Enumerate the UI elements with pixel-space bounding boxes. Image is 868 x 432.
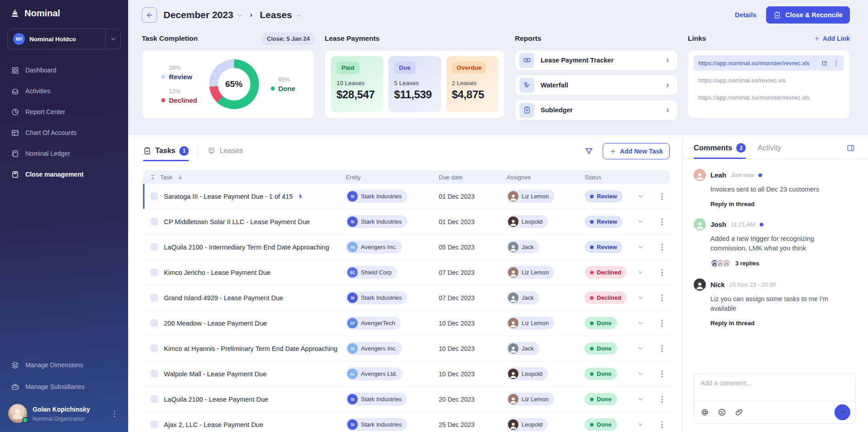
report-item-subledger[interactable]: Subledger: [515, 100, 678, 120]
row-expand-chevron-icon[interactable]: [637, 370, 644, 377]
link-item[interactable]: https://app.nominal.so/monster/revrec.xl…: [694, 90, 844, 105]
link-url[interactable]: https://app.nominal.so/monster/revrec.xl…: [698, 60, 816, 67]
status-badge: Done: [585, 317, 617, 329]
task-name: LaQuila 2100 - Intermediary Term End Dat…: [164, 244, 346, 251]
emoji-icon[interactable]: [718, 408, 726, 417]
filter-icon[interactable]: [584, 147, 594, 156]
row-menu-kebab-icon[interactable]: ⋮: [654, 420, 670, 429]
mention-icon[interactable]: [700, 408, 709, 417]
link-url[interactable]: https://app.nominal.so/monster/revrec.xl…: [698, 94, 839, 101]
table-row[interactable]: Grand Island 4929 - Lease Payment Due SI…: [143, 285, 670, 311]
table-row[interactable]: 200 Meadow - Lease Payment Due AT Avenge…: [143, 311, 670, 336]
tab-comments[interactable]: Comments 2: [694, 143, 746, 158]
row-menu-kebab-icon[interactable]: ⋮: [654, 268, 670, 277]
comment-input[interactable]: [694, 374, 855, 399]
assignee-avatar: [508, 191, 518, 202]
row-expand-chevron-icon[interactable]: [637, 294, 644, 301]
company-selector[interactable]: NH Nominal Holdco: [7, 29, 121, 49]
sidebar-item-activities[interactable]: Activities: [7, 82, 121, 100]
open-external-icon[interactable]: [821, 60, 828, 67]
row-expand-chevron-icon[interactable]: [637, 345, 644, 352]
row-expand-chevron-icon[interactable]: [637, 320, 644, 326]
table-row[interactable]: Walpole Mall - Lease Payment Due AL Aven…: [143, 361, 670, 387]
tab-activity[interactable]: Activity: [758, 144, 781, 158]
row-checkbox[interactable]: [150, 294, 158, 302]
row-menu-kebab-icon[interactable]: ⋮: [654, 318, 670, 328]
row-checkbox[interactable]: [150, 370, 158, 378]
thread-replies[interactable]: 3 replies: [710, 259, 855, 268]
chevron-down-icon[interactable]: [105, 29, 120, 49]
row-checkbox[interactable]: [150, 192, 158, 200]
row-expand-chevron-icon[interactable]: [637, 244, 644, 250]
row-menu-kebab-icon[interactable]: ⋮: [654, 242, 670, 252]
link-url[interactable]: https://app.nominal.so/revrec.xls: [698, 77, 839, 84]
reply-in-thread-link[interactable]: Reply in thread: [710, 320, 855, 326]
row-checkbox[interactable]: [150, 421, 158, 428]
entity-name: Stark Industries: [361, 396, 402, 403]
entity-avatar: SI: [347, 191, 358, 202]
row-expand-chevron-icon[interactable]: [637, 396, 644, 403]
collapse-panel-icon[interactable]: [846, 144, 855, 153]
task-name: Kimco Jericho - Lease Payment Due: [164, 269, 346, 276]
sidebar-item-report-center[interactable]: Report Center: [7, 103, 121, 121]
row-checkbox[interactable]: [150, 269, 158, 276]
report-item-lease-payment-tracker[interactable]: Lease Payment Tracker: [515, 50, 678, 71]
row-checkbox[interactable]: [150, 243, 158, 251]
table-row[interactable]: Kimco at Hyannis - Preliminary Term End …: [143, 336, 670, 361]
sidebar-item-dashboard[interactable]: Dashboard: [7, 61, 121, 79]
table-row[interactable]: LaQuila 2100 - Intermediary Term End Dat…: [143, 235, 670, 260]
link-kebab-icon[interactable]: ⋮: [833, 59, 839, 67]
table-row[interactable]: Ajax 2, LLC - Lease Payment Due SI Stark…: [143, 412, 670, 432]
row-expand-chevron-icon[interactable]: [637, 218, 644, 225]
row-checkbox[interactable]: [150, 395, 158, 403]
sidebar-item-manage-subsidiaries[interactable]: Manage Subsidiaries: [7, 378, 121, 396]
replies-count: 3 replies: [735, 260, 759, 267]
add-link-button[interactable]: Add Link: [814, 35, 850, 42]
link-item[interactable]: https://app.nominal.so/monster/revrec.xl…: [694, 55, 844, 71]
section-dropdown[interactable]: Leases: [260, 10, 302, 20]
row-menu-kebab-icon[interactable]: ⋮: [654, 369, 670, 379]
tab-leases[interactable]: Leases: [207, 147, 243, 160]
table-row[interactable]: CP Middletown Solar II LLC - Lease Payme…: [143, 209, 670, 235]
attachment-icon[interactable]: [735, 408, 743, 417]
sidebar-item-chart-of-accounts[interactable]: Chart Of Accounts: [7, 124, 121, 142]
column-header-task[interactable]: Task: [143, 174, 346, 181]
user-menu-kebab-icon[interactable]: ⋮: [109, 407, 120, 420]
row-checkbox[interactable]: [150, 319, 158, 327]
sidebar-item-nominal-ledger[interactable]: Nominal Ledger: [7, 144, 121, 163]
links-section: Links Add Link https://app.nominal.so/mo…: [688, 32, 850, 125]
entity-name: Stark Industries: [361, 294, 402, 301]
period-dropdown[interactable]: December 2023: [163, 10, 243, 20]
table-row[interactable]: Saratoga III - Lease Payment Due - 1 of …: [143, 184, 670, 209]
link-item[interactable]: https://app.nominal.so/revrec.xls: [694, 72, 844, 88]
collapse-rows-icon[interactable]: [149, 174, 156, 180]
table-row[interactable]: Kimco Jericho - Lease Payment Due SC Shi…: [143, 260, 670, 285]
entity-pill: SC Shield Corp: [346, 266, 397, 279]
status-badge: Review: [585, 241, 623, 253]
close-reconcile-button[interactable]: Close & Reconcile: [766, 6, 850, 24]
row-menu-kebab-icon[interactable]: ⋮: [654, 394, 670, 404]
row-checkbox[interactable]: [150, 218, 158, 226]
row-expand-chevron-icon[interactable]: [637, 421, 644, 428]
sidebar-item-manage-dimensions[interactable]: Manage Dimensions: [7, 356, 121, 374]
row-expand-chevron-icon[interactable]: [637, 269, 644, 276]
row-menu-kebab-icon[interactable]: ⋮: [654, 192, 670, 201]
report-item-waterfall[interactable]: Waterfall: [515, 75, 678, 96]
tab-tasks[interactable]: Tasks 1: [143, 146, 189, 161]
user-profile[interactable]: Golan Kopichinsky Nominal Organization ⋮: [7, 402, 121, 425]
back-button[interactable]: [142, 7, 157, 23]
row-checkbox[interactable]: [150, 345, 158, 352]
legend-label: Declined: [169, 96, 197, 104]
table-row[interactable]: LaQuila 2100 - Lease Payment Due SI Star…: [143, 387, 670, 412]
reply-in-thread-link[interactable]: Reply in thread: [710, 201, 855, 207]
sidebar-item-close-management[interactable]: Close management: [7, 165, 121, 183]
user-name: Golan Kopichinsky: [33, 406, 90, 413]
row-menu-kebab-icon[interactable]: ⋮: [654, 217, 670, 226]
add-new-task-button[interactable]: Add New Task: [603, 143, 670, 159]
row-menu-kebab-icon[interactable]: ⋮: [654, 293, 670, 302]
row-expand-chevron-icon[interactable]: [637, 193, 644, 200]
send-comment-button[interactable]: [834, 404, 850, 420]
due-date: 10 Dec 2023: [439, 370, 507, 378]
row-menu-kebab-icon[interactable]: ⋮: [654, 344, 670, 353]
details-link[interactable]: Details: [735, 11, 757, 19]
